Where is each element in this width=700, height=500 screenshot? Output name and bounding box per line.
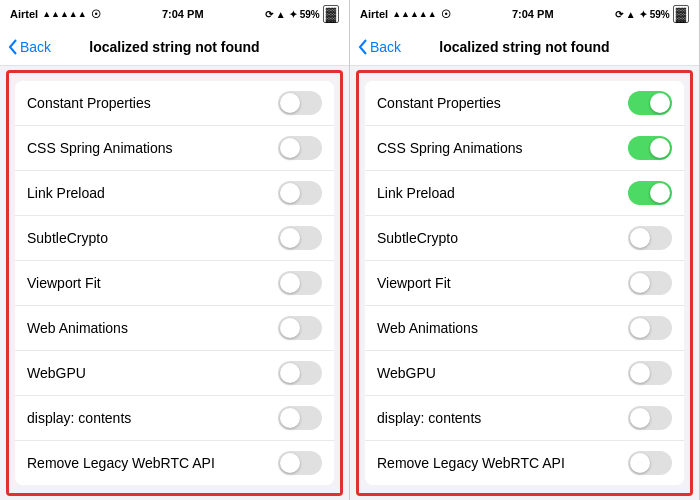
item-label: Viewport Fit [27, 275, 101, 291]
location-icon: ▲ [626, 9, 636, 20]
chevron-left-icon [8, 39, 18, 55]
toggle-knob [280, 453, 300, 473]
carrier-label: Airtel [360, 8, 388, 20]
item-label: display: contents [377, 410, 481, 426]
item-label: CSS Spring Animations [377, 140, 523, 156]
battery-icon: ▓ [323, 5, 339, 23]
back-label: Back [370, 39, 401, 55]
battery-icon: ▓ [673, 5, 689, 23]
battery-label: 59% [300, 9, 320, 20]
toggle-switch[interactable] [628, 406, 672, 430]
toggle-switch[interactable] [628, 361, 672, 385]
list-item[interactable]: Remove Legacy WebRTC API [15, 441, 334, 485]
item-label: Remove Legacy WebRTC API [27, 455, 215, 471]
item-label: Constant Properties [377, 95, 501, 111]
list-item[interactable]: CSS Spring Animations [15, 126, 334, 171]
nav-title: localized string not found [89, 39, 259, 55]
nav-bar: Back localized string not found [0, 28, 349, 66]
toggle-knob [280, 408, 300, 428]
carrier-label: Airtel [10, 8, 38, 20]
item-label: Remove Legacy WebRTC API [377, 455, 565, 471]
settings-list-section: Constant PropertiesCSS Spring Animations… [15, 81, 334, 485]
list-item[interactable]: Link Preload [365, 171, 684, 216]
toggle-switch[interactable] [628, 136, 672, 160]
list-item[interactable]: Constant Properties [15, 81, 334, 126]
item-label: SubtleCrypto [27, 230, 108, 246]
toggle-knob [280, 138, 300, 158]
toggle-knob [650, 138, 670, 158]
list-item[interactable]: Viewport Fit [365, 261, 684, 306]
list-item[interactable]: Link Preload [15, 171, 334, 216]
status-time: 7:04 PM [162, 8, 204, 20]
item-label: CSS Spring Animations [27, 140, 173, 156]
toggle-knob [280, 318, 300, 338]
back-button[interactable]: Back [8, 39, 51, 55]
list-item[interactable]: Web Animations [15, 306, 334, 351]
toggle-knob [280, 93, 300, 113]
toggle-switch[interactable] [278, 316, 322, 340]
toggle-knob [630, 408, 650, 428]
item-label: Viewport Fit [377, 275, 451, 291]
settings-list-section: Constant PropertiesCSS Spring Animations… [365, 81, 684, 485]
list-item[interactable]: WebGPU [15, 351, 334, 396]
signal-icon: ▲▲▲▲▲ [392, 9, 437, 19]
status-bar: Airtel ▲▲▲▲▲ ☉ 7:04 PM ⟳ ▲ ✦ 59% ▓ [0, 0, 349, 28]
item-label: WebGPU [27, 365, 86, 381]
toggle-switch[interactable] [628, 316, 672, 340]
item-label: WebGPU [377, 365, 436, 381]
settings-list-container: Constant PropertiesCSS Spring Animations… [356, 70, 693, 496]
list-item[interactable]: Viewport Fit [15, 261, 334, 306]
toggle-switch[interactable] [278, 181, 322, 205]
toggle-switch[interactable] [628, 91, 672, 115]
toggle-knob [630, 273, 650, 293]
item-label: SubtleCrypto [377, 230, 458, 246]
list-item[interactable]: CSS Spring Animations [365, 126, 684, 171]
rotate-icon: ⟳ [265, 9, 273, 20]
list-item[interactable]: Web Animations [365, 306, 684, 351]
toggle-switch[interactable] [278, 226, 322, 250]
toggle-switch[interactable] [278, 361, 322, 385]
list-item[interactable]: display: contents [365, 396, 684, 441]
item-label: display: contents [27, 410, 131, 426]
list-item[interactable]: SubtleCrypto [15, 216, 334, 261]
toggle-switch[interactable] [278, 271, 322, 295]
toggle-knob [630, 363, 650, 383]
status-bar: Airtel ▲▲▲▲▲ ☉ 7:04 PM ⟳ ▲ ✦ 59% ▓ [350, 0, 699, 28]
phone-panel-right: Airtel ▲▲▲▲▲ ☉ 7:04 PM ⟳ ▲ ✦ 59% ▓ Back … [350, 0, 700, 500]
list-item[interactable]: display: contents [15, 396, 334, 441]
wifi-icon: ☉ [441, 8, 451, 21]
toggle-knob [630, 228, 650, 248]
toggle-knob [280, 228, 300, 248]
item-label: Web Animations [377, 320, 478, 336]
toggle-knob [650, 183, 670, 203]
toggle-switch[interactable] [278, 91, 322, 115]
list-item[interactable]: SubtleCrypto [365, 216, 684, 261]
toggle-switch[interactable] [278, 136, 322, 160]
toggle-knob [280, 273, 300, 293]
toggle-switch[interactable] [278, 451, 322, 475]
toggle-knob [650, 93, 670, 113]
chevron-left-icon [358, 39, 368, 55]
toggle-switch[interactable] [628, 226, 672, 250]
toggle-switch[interactable] [628, 271, 672, 295]
toggle-knob [630, 453, 650, 473]
bluetooth-icon: ✦ [639, 9, 647, 20]
settings-list-container: Constant PropertiesCSS Spring Animations… [6, 70, 343, 496]
item-label: Constant Properties [27, 95, 151, 111]
rotate-icon: ⟳ [615, 9, 623, 20]
status-time: 7:04 PM [512, 8, 554, 20]
back-button[interactable]: Back [358, 39, 401, 55]
toggle-switch[interactable] [628, 451, 672, 475]
toggle-knob [280, 183, 300, 203]
nav-title: localized string not found [439, 39, 609, 55]
item-label: Web Animations [27, 320, 128, 336]
phone-panel-left: Airtel ▲▲▲▲▲ ☉ 7:04 PM ⟳ ▲ ✦ 59% ▓ Back … [0, 0, 350, 500]
list-item[interactable]: WebGPU [365, 351, 684, 396]
status-left: Airtel ▲▲▲▲▲ ☉ [10, 8, 101, 21]
toggle-switch[interactable] [278, 406, 322, 430]
list-item[interactable]: Constant Properties [365, 81, 684, 126]
list-item[interactable]: Remove Legacy WebRTC API [365, 441, 684, 485]
toggle-switch[interactable] [628, 181, 672, 205]
item-label: Link Preload [27, 185, 105, 201]
bluetooth-icon: ✦ [289, 9, 297, 20]
